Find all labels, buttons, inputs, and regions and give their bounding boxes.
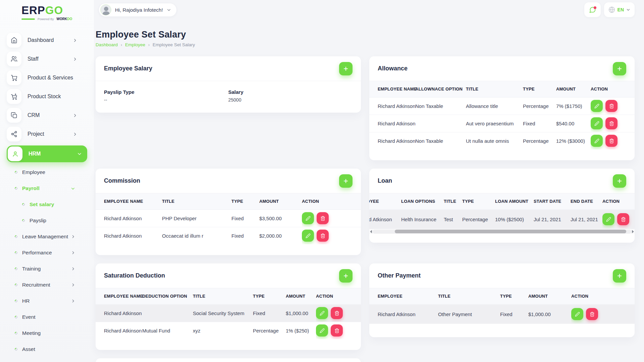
edit-button[interactable] bbox=[602, 213, 614, 225]
data-table: EMPLOYEE NAMEDEDUCTION OPTIONTITLETYPEAM… bbox=[96, 288, 361, 339]
edit-button[interactable] bbox=[591, 117, 603, 129]
sidebar-item-recruitment[interactable]: Recruitment bbox=[7, 278, 87, 292]
sidebar-item-asset[interactable]: Asset bbox=[7, 343, 87, 356]
user-menu[interactable]: Hi, Rajodiya Infotech! bbox=[99, 3, 177, 17]
chevron-down-icon bbox=[167, 8, 171, 12]
delete-button[interactable] bbox=[605, 117, 618, 129]
column-header: DEDUCTION OPTION bbox=[142, 288, 193, 304]
sidebar-item-label: Product Stock bbox=[28, 94, 61, 100]
cart-icon bbox=[11, 74, 17, 81]
sidebar-item-label: Project bbox=[28, 131, 44, 137]
add-allowance-button[interactable]: + bbox=[613, 62, 626, 75]
other-payment-card: Other Payment + EMPLOYEETITLETYPEAMOUNTA… bbox=[369, 263, 635, 337]
delete-button[interactable] bbox=[605, 135, 618, 147]
scroll-left-arrow[interactable] bbox=[370, 230, 372, 233]
column-header: ACTION bbox=[302, 193, 361, 209]
edit-button[interactable] bbox=[571, 308, 583, 320]
app-logo: ERPGO Powered By WORKDO bbox=[0, 0, 94, 21]
sidebar-item-employee[interactable]: Employee bbox=[7, 166, 87, 179]
delete-button[interactable] bbox=[617, 213, 629, 225]
sidebar-item-payslip[interactable]: Payslip bbox=[7, 214, 87, 227]
add-employee-salary-button[interactable]: + bbox=[339, 62, 353, 75]
column-header: TYPE bbox=[231, 193, 259, 209]
scrollbar-thumb[interactable] bbox=[395, 230, 626, 233]
scroll-right-arrow[interactable] bbox=[632, 230, 634, 233]
breadcrumb-separator: › bbox=[148, 43, 150, 47]
sub-item-label: Training bbox=[22, 266, 41, 272]
sidebar-item-meeting[interactable]: Meeting bbox=[7, 326, 87, 340]
delete-button[interactable] bbox=[331, 307, 343, 319]
edit-button[interactable] bbox=[591, 100, 603, 112]
table-header-row: EMPLOYEE NAMEDEDUCTION OPTIONTITLETYPEAM… bbox=[96, 288, 361, 304]
action-cell bbox=[571, 304, 635, 324]
edit-button[interactable] bbox=[591, 135, 603, 147]
add-other-payment-button[interactable]: + bbox=[613, 269, 626, 283]
table-cell: 1% ($250) bbox=[286, 322, 316, 339]
column-header: ACTION bbox=[571, 288, 635, 304]
column-header: ACTION bbox=[591, 81, 635, 97]
data-table: EMPLOYEE NAMETITLETYPEAMOUNTACTIONRichar… bbox=[96, 193, 361, 244]
chevron-right-icon bbox=[73, 57, 77, 61]
delete-button[interactable] bbox=[331, 324, 343, 337]
pencil-icon bbox=[594, 121, 599, 126]
sidebar-item-event[interactable]: Event bbox=[7, 310, 87, 324]
column-header: EMPLOYEE bbox=[369, 193, 401, 209]
notifications-button[interactable] bbox=[584, 2, 601, 17]
sidebar-item-leave-management[interactable]: Leave Management bbox=[7, 230, 87, 243]
add-loan-button[interactable]: + bbox=[613, 174, 626, 188]
action-cell bbox=[316, 304, 361, 322]
breadcrumb-dashboard-link[interactable]: Dashboard bbox=[96, 42, 118, 47]
column-header: TITLE bbox=[162, 193, 231, 209]
chevron-right-icon bbox=[71, 299, 75, 303]
trash-icon bbox=[320, 233, 325, 238]
data-table: EMPLOYEELOAN OPTIONSTITLETYPELOAN AMOUNT… bbox=[369, 193, 635, 229]
action-cell bbox=[591, 97, 635, 115]
sub-item-label: HR bbox=[22, 298, 30, 304]
delete-button[interactable] bbox=[605, 100, 618, 112]
table-cell: $1,000.00 bbox=[528, 304, 571, 324]
sidebar-item-set-salary[interactable]: Set salary bbox=[7, 198, 87, 211]
table-cell: xyz bbox=[193, 322, 253, 339]
delete-button[interactable] bbox=[317, 230, 329, 242]
chevron-down-icon bbox=[626, 8, 630, 12]
action-cell bbox=[602, 209, 635, 229]
table-cell: Richard Atkinson bbox=[96, 209, 162, 227]
add-saturation-deduction-button[interactable]: + bbox=[339, 269, 353, 283]
table-cell: Richard Atkinson bbox=[369, 97, 415, 115]
greeting-text: Hi, Rajodiya Infotech! bbox=[115, 7, 163, 13]
horizontal-scrollbar[interactable] bbox=[369, 229, 635, 234]
sidebar-item-product-services[interactable]: Product & Services bbox=[7, 70, 87, 85]
language-selector[interactable]: EN bbox=[604, 2, 635, 17]
table-header-row: EMPLOYEE NAMEALLOWNACE OPTIONTITLETYPEAM… bbox=[369, 81, 635, 97]
delete-button[interactable] bbox=[317, 212, 329, 224]
chevron-right-icon bbox=[73, 132, 77, 136]
sidebar-item-dashboard[interactable]: Dashboard bbox=[7, 33, 87, 48]
sidebar-item-crm[interactable]: CRM bbox=[7, 108, 87, 123]
table-cell: Allowance title bbox=[466, 97, 523, 115]
sidebar-item-staff[interactable]: Staff bbox=[7, 52, 87, 66]
add-commission-button[interactable]: + bbox=[339, 174, 353, 188]
pencil-icon bbox=[606, 217, 611, 222]
edit-button[interactable] bbox=[316, 324, 328, 337]
sidebar-item-project[interactable]: Project bbox=[7, 127, 87, 141]
breadcrumb-employee-link[interactable]: Employee bbox=[125, 42, 145, 47]
scrollbar-track[interactable] bbox=[373, 230, 631, 234]
sidebar-item-performance[interactable]: Performance bbox=[7, 246, 87, 259]
column-header: EMPLOYEE NAME bbox=[96, 288, 142, 304]
edit-button[interactable] bbox=[302, 212, 314, 224]
sidebar-item-payroll[interactable]: Payroll bbox=[7, 182, 87, 195]
sidebar-item-training[interactable]: Training bbox=[7, 262, 87, 276]
logo-erp-text: ERP bbox=[21, 4, 45, 16]
sidebar-item-hrm[interactable]: HRM bbox=[7, 145, 87, 162]
edit-button[interactable] bbox=[302, 230, 314, 242]
table-cell: $3,500.00 bbox=[259, 209, 302, 227]
bullet-icon bbox=[14, 251, 18, 254]
table-cell: Richard Atkinson bbox=[369, 304, 438, 324]
table-cell: Occaecat id illum r bbox=[162, 227, 231, 244]
column-header: TITLE bbox=[444, 193, 462, 209]
edit-button[interactable] bbox=[316, 307, 328, 319]
sidebar-item-product-stock[interactable]: Product Stock bbox=[7, 89, 87, 104]
sub-item-label: Asset bbox=[22, 346, 35, 352]
delete-button[interactable] bbox=[586, 308, 598, 320]
sidebar-item-hr[interactable]: HR bbox=[7, 294, 87, 308]
